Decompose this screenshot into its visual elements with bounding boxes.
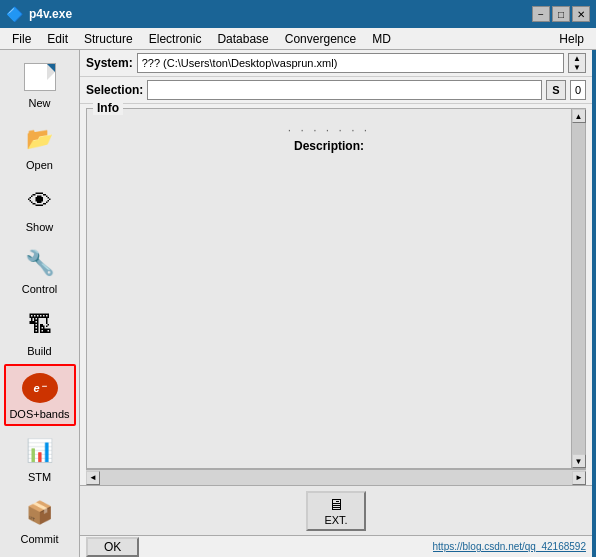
- sidebar-label-new: New: [28, 97, 50, 109]
- maximize-button[interactable]: □: [552, 6, 570, 22]
- ok-button[interactable]: OK: [86, 537, 139, 557]
- ext-label: EXT.: [324, 514, 347, 526]
- info-dots: · · · · · · ·: [91, 123, 567, 137]
- selection-count: 0: [570, 80, 586, 100]
- sidebar-label-control: Control: [22, 283, 57, 295]
- scroll-track: [572, 123, 585, 454]
- new-icon: [20, 59, 60, 95]
- commit-icon: 📦: [20, 495, 60, 531]
- menu-database[interactable]: Database: [209, 30, 276, 48]
- selection-label: Selection:: [86, 83, 143, 97]
- control-icon: 🔧: [20, 245, 60, 281]
- system-bar: System: ▲ ▼: [80, 50, 592, 77]
- menu-edit[interactable]: Edit: [39, 30, 76, 48]
- system-label: System:: [86, 56, 133, 70]
- menu-bar: File Edit Structure Electronic Database …: [0, 28, 596, 50]
- system-spinner[interactable]: ▲ ▼: [568, 53, 586, 73]
- window-controls: − □ ✕: [532, 6, 590, 22]
- ext-area: 🖥 EXT.: [80, 485, 592, 535]
- menu-convergence[interactable]: Convergence: [277, 30, 364, 48]
- menu-file[interactable]: File: [4, 30, 39, 48]
- scroll-up-button[interactable]: ▲: [572, 109, 586, 123]
- sidebar: New 📂 Open 👁 Show 🔧 Control 🏗: [0, 50, 80, 557]
- menu-electronic[interactable]: Electronic: [141, 30, 210, 48]
- status-url[interactable]: https://blog.csdn.net/qq_42168592: [433, 541, 586, 552]
- sidebar-label-open: Open: [26, 159, 53, 171]
- sidebar-label-stm: STM: [28, 471, 51, 483]
- sidebar-item-new[interactable]: New: [4, 54, 76, 114]
- status-bar: OK https://blog.csdn.net/qq_42168592: [80, 535, 592, 557]
- system-arrow-up[interactable]: ▲: [569, 54, 585, 63]
- info-panel: Info · · · · · · · Description: ▲ ▼: [86, 108, 586, 469]
- system-input[interactable]: [137, 53, 564, 73]
- minimize-button[interactable]: −: [532, 6, 550, 22]
- build-icon: 🏗: [20, 307, 60, 343]
- stm-icon: 📊: [20, 433, 60, 469]
- close-button[interactable]: ✕: [572, 6, 590, 22]
- main-layout: New 📂 Open 👁 Show 🔧 Control 🏗: [0, 50, 596, 557]
- scroll-down-button[interactable]: ▼: [572, 454, 586, 468]
- sidebar-item-commit[interactable]: 📦 Commit: [4, 490, 76, 550]
- sidebar-item-dos-bands[interactable]: e⁻ DOS+bands: [4, 364, 76, 426]
- title-bar: 🔷 p4v.exe − □ ✕: [0, 0, 596, 28]
- ext-button[interactable]: 🖥 EXT.: [306, 491, 366, 531]
- h-scroll-left-button[interactable]: ◄: [86, 471, 100, 485]
- h-scrollbar: ◄ ►: [86, 469, 586, 485]
- sidebar-label-build: Build: [27, 345, 51, 357]
- selection-s-button[interactable]: S: [546, 80, 566, 100]
- selection-input[interactable]: [147, 80, 542, 100]
- sidebar-label-dos-bands: DOS+bands: [9, 408, 69, 420]
- menu-md[interactable]: MD: [364, 30, 399, 48]
- app-icon: 🔷: [6, 6, 23, 22]
- open-icon: 📂: [20, 121, 60, 157]
- content-area: System: ▲ ▼ Selection: S 0 Info · · · · …: [80, 50, 592, 557]
- info-legend: Info: [93, 101, 123, 115]
- selection-bar: Selection: S 0: [80, 77, 592, 104]
- h-scroll-track: [100, 470, 572, 485]
- sidebar-label-show: Show: [26, 221, 54, 233]
- sidebar-item-show[interactable]: 👁 Show: [4, 178, 76, 238]
- sidebar-item-build[interactable]: 🏗 Build: [4, 302, 76, 362]
- info-textarea[interactable]: [91, 157, 567, 464]
- info-description-label: Description:: [91, 139, 567, 153]
- dos-bands-icon: e⁻: [20, 370, 60, 406]
- sidebar-item-control[interactable]: 🔧 Control: [4, 240, 76, 300]
- show-icon: 👁: [20, 183, 60, 219]
- right-accent: [592, 50, 596, 557]
- info-scrollbar: ▲ ▼: [571, 109, 585, 468]
- info-content: · · · · · · · Description:: [87, 109, 571, 468]
- sidebar-item-stm[interactable]: 📊 STM: [4, 428, 76, 488]
- menu-help[interactable]: Help: [551, 30, 592, 48]
- app-title: p4v.exe: [29, 7, 72, 21]
- menu-structure[interactable]: Structure: [76, 30, 141, 48]
- h-scroll-right-button[interactable]: ►: [572, 471, 586, 485]
- sidebar-item-open[interactable]: 📂 Open: [4, 116, 76, 176]
- sidebar-label-commit: Commit: [21, 533, 59, 545]
- system-arrow-down[interactable]: ▼: [569, 63, 585, 72]
